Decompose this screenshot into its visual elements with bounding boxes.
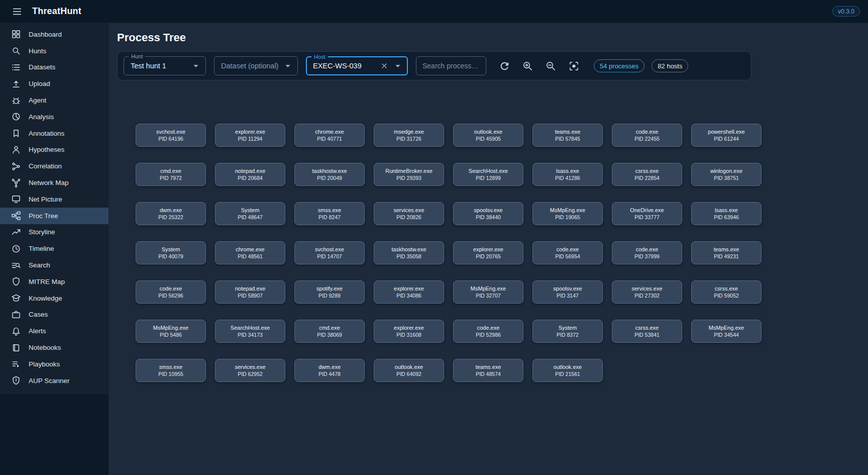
sidebar-item-dashboard[interactable]: Dashboard xyxy=(0,26,108,43)
sidebar-item-proc-tree[interactable]: Proc Tree xyxy=(0,208,108,224)
sidebar-item-notebooks[interactable]: Notebooks xyxy=(0,339,108,356)
sidebar-item-label: Hypotheses xyxy=(29,146,64,153)
process-name: dwm.exe xyxy=(318,364,341,370)
process-name: services.exe xyxy=(235,364,265,370)
process-node[interactable]: explorer.exePID 20765 xyxy=(453,241,523,264)
process-node[interactable]: code.exePID 22455 xyxy=(612,124,682,147)
sidebar-item-hunts[interactable]: Hunts xyxy=(0,43,108,59)
process-node[interactable]: teams.exePID 49231 xyxy=(691,241,762,264)
process-pid: PID 56296 xyxy=(158,293,183,299)
process-node[interactable]: notepad.exePID 20684 xyxy=(215,163,285,186)
process-node[interactable]: lsass.exePID 41286 xyxy=(532,163,603,186)
process-node[interactable]: explorer.exePID 11294 xyxy=(215,124,285,147)
sidebar-item-storyline[interactable]: Storyline xyxy=(0,224,108,241)
clear-host-button[interactable] xyxy=(378,60,390,72)
process-node[interactable]: MsMpEng.exePID 19065 xyxy=(532,202,603,225)
process-node[interactable]: spotify.exePID 9289 xyxy=(294,280,365,304)
process-node[interactable]: code.exePID 56954 xyxy=(532,241,603,264)
process-node[interactable]: spoolsv.exePID 3147 xyxy=(532,280,603,304)
sidebar-item-network-map[interactable]: Network Map xyxy=(0,174,108,191)
zoom-in-icon xyxy=(522,60,533,72)
process-node[interactable]: winlogon.exePID 38751 xyxy=(691,163,762,186)
process-node[interactable]: RuntimeBroker.exePID 29393 xyxy=(374,163,444,186)
count-chips: 54 processes 82 hosts xyxy=(594,59,688,72)
process-node[interactable]: svchost.exePID 14707 xyxy=(294,241,365,264)
process-tree-canvas[interactable]: svchost.exePID 64196explorer.exePID 1129… xyxy=(117,80,868,442)
refresh-button[interactable] xyxy=(494,56,514,76)
process-node[interactable]: OneDrive.exePID 33777 xyxy=(612,202,682,225)
sidebar-item-correlation[interactable]: Correlation xyxy=(0,158,108,174)
sidebar-item-search[interactable]: Search xyxy=(0,257,108,273)
process-node[interactable]: teams.exePID 57845 xyxy=(532,124,603,147)
process-node[interactable]: outlook.exePID 45905 xyxy=(453,124,523,147)
process-node[interactable]: MsMpEng.exePID 5486 xyxy=(136,320,206,343)
sidebar-item-analysis[interactable]: Analysis xyxy=(0,109,108,125)
process-node[interactable]: powershell.exePID 61244 xyxy=(691,124,762,147)
process-node[interactable]: smss.exePID 8247 xyxy=(294,202,365,225)
sidebar-item-datasets[interactable]: Datasets xyxy=(0,59,108,76)
process-node[interactable]: explorer.exePID 31608 xyxy=(374,320,444,343)
sidebar-item-mitre-map[interactable]: MITRE Map xyxy=(0,273,108,290)
hunt-select[interactable]: Hunt Test hunt 1 xyxy=(124,56,206,75)
sidebar-item-alerts[interactable]: Alerts xyxy=(0,323,108,339)
process-node[interactable]: lsass.exePID 63946 xyxy=(691,202,762,225)
process-node[interactable]: SearchHost.exePID 34173 xyxy=(215,320,285,343)
process-node[interactable]: taskhostw.exePID 20049 xyxy=(294,163,365,186)
process-node[interactable]: dwm.exePID 25322 xyxy=(136,202,206,225)
process-node[interactable]: code.exePID 52986 xyxy=(453,320,523,343)
host-select[interactable]: Host EXEC-WS-039 xyxy=(306,56,408,75)
process-pid: PID 38440 xyxy=(476,214,501,220)
process-name: MsMpEng.exe xyxy=(471,286,506,292)
center-focus-icon xyxy=(568,60,580,72)
sidebar-item-cases[interactable]: Cases xyxy=(0,307,108,323)
sidebar-item-knowledge[interactable]: Knowledge xyxy=(0,290,108,307)
sidebar-item-playbooks[interactable]: Playbooks xyxy=(0,356,108,372)
process-node[interactable]: explorer.exePID 34086 xyxy=(374,280,444,304)
process-node[interactable]: services.exePID 20826 xyxy=(374,202,444,225)
process-node[interactable]: services.exePID 62952 xyxy=(215,359,285,382)
process-node[interactable]: SystemPID 40079 xyxy=(136,241,206,264)
process-name: code.exe xyxy=(160,286,182,292)
process-node[interactable]: SearchHost.exePID 12899 xyxy=(453,163,523,186)
process-node[interactable]: svchost.exePID 64196 xyxy=(136,124,206,147)
sidebar-item-annotations[interactable]: Annotations xyxy=(0,125,108,142)
process-node[interactable]: MsMpEng.exePID 32707 xyxy=(453,280,523,304)
center-view-button[interactable] xyxy=(564,56,584,76)
search-process-input[interactable] xyxy=(416,56,486,75)
process-node[interactable]: chrome.exePID 40771 xyxy=(294,124,365,147)
process-node[interactable]: MsMpEng.exePID 34544 xyxy=(691,320,762,343)
sidebar-item-aup-scanner[interactable]: AUP Scanner xyxy=(0,372,108,389)
menu-button[interactable] xyxy=(8,3,26,21)
sidebar-item-upload[interactable]: Upload xyxy=(0,75,108,92)
process-name: taskhostw.exe xyxy=(312,168,347,174)
sidebar-item-timeline[interactable]: Timeline xyxy=(0,240,108,257)
process-node[interactable]: dwm.exePID 4478 xyxy=(294,359,365,382)
process-node[interactable]: SystemPID 8372 xyxy=(532,320,603,343)
zoom-in-button[interactable] xyxy=(517,56,537,76)
process-node[interactable]: code.exePID 56296 xyxy=(136,280,206,304)
shield-alert-icon xyxy=(11,375,21,386)
dataset-select[interactable]: Dataset (optional) xyxy=(214,56,298,75)
process-node[interactable]: outlook.exePID 64092 xyxy=(374,359,444,382)
sidebar-item-net-picture[interactable]: Net Picture xyxy=(0,191,108,208)
process-node[interactable]: csrss.exePID 59052 xyxy=(691,280,762,304)
process-node[interactable]: notepad.exePID 58907 xyxy=(215,280,285,304)
process-node[interactable]: outlook.exePID 21561 xyxy=(532,359,603,382)
process-node[interactable]: teams.exePID 48574 xyxy=(453,359,523,382)
process-node[interactable]: code.exePID 37999 xyxy=(612,241,682,264)
sidebar-item-agent[interactable]: Agent xyxy=(0,92,108,109)
process-node[interactable]: services.exePID 27302 xyxy=(612,280,682,304)
process-node[interactable]: cmd.exePID 7972 xyxy=(136,163,206,186)
process-node[interactable]: csrss.exePID 53841 xyxy=(612,320,682,343)
process-node[interactable]: msedge.exePID 31726 xyxy=(374,124,444,147)
process-node[interactable]: SystemPID 48647 xyxy=(215,202,285,225)
process-node[interactable]: csrss.exePID 22854 xyxy=(612,163,682,186)
process-node[interactable]: spoolsv.exePID 38440 xyxy=(453,202,523,225)
zoom-out-button[interactable] xyxy=(540,56,561,76)
process-node[interactable]: taskhostw.exePID 35058 xyxy=(374,241,444,264)
sidebar-item-hypotheses[interactable]: Hypotheses xyxy=(0,142,108,158)
refresh-icon xyxy=(499,60,510,72)
process-node[interactable]: cmd.exePID 38069 xyxy=(294,320,365,343)
process-node[interactable]: chrome.exePID 48561 xyxy=(215,241,285,264)
process-node[interactable]: smss.exePID 10955 xyxy=(136,359,206,382)
